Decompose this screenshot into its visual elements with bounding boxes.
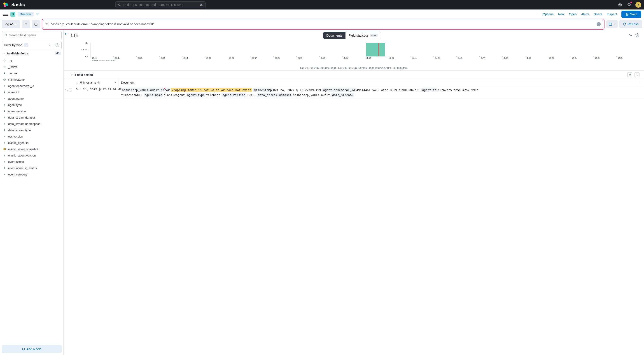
display-options-icon[interactable]	[627, 72, 632, 77]
field-item[interactable]: kelastic_agent.version	[2, 152, 62, 158]
field-item[interactable]: kdata_stream.dataset	[2, 114, 62, 120]
app-badge[interactable]: D	[10, 12, 15, 17]
user-avatar[interactable]: e	[636, 2, 641, 8]
svg-text:19: 19	[526, 57, 531, 59]
svg-rect-88	[629, 75, 631, 76]
field-item[interactable]: kagent.type	[2, 102, 62, 108]
svg-text:14: 14	[412, 57, 417, 59]
svg-text:09: 09	[298, 57, 303, 59]
info-icon[interactable]: i	[56, 43, 59, 47]
tab-field-statistics[interactable]: Field statistics BETA	[346, 32, 381, 38]
field-item[interactable]: kagent.name	[2, 95, 62, 102]
add-filter-button[interactable]	[32, 20, 40, 28]
svg-point-31	[637, 34, 638, 36]
elastic-logo-icon	[3, 2, 8, 8]
svg-point-2	[4, 5, 6, 7]
global-search[interactable]: ⌘/	[116, 1, 206, 8]
help-icon[interactable]	[617, 2, 623, 8]
query-input[interactable]	[50, 22, 595, 26]
hit-count: 1 hit	[70, 33, 78, 38]
search-icon	[118, 3, 121, 6]
field-item[interactable]: elastic_agent.snapshot	[2, 146, 62, 152]
saved-check-icon[interactable]	[36, 12, 39, 16]
fullscreen-icon[interactable]	[634, 72, 640, 77]
nav-new[interactable]: New	[558, 12, 564, 16]
available-fields-header[interactable]: Available fields 45	[2, 49, 62, 57]
svg-rect-26	[22, 348, 24, 350]
clear-query-button[interactable]: ✕	[596, 22, 601, 26]
svg-point-6	[620, 4, 621, 6]
nav-toggle-icon[interactable]	[3, 13, 8, 16]
newsfeed-icon[interactable]	[626, 2, 632, 8]
sort-indicator[interactable]: 1 field sorted	[70, 73, 93, 76]
interval-label: Oct 24, 2022 @ 00:00:00.000 - Oct 24, 20…	[64, 66, 644, 70]
field-item[interactable]: kecs.version	[2, 133, 62, 140]
svg-line-4	[120, 5, 120, 6]
refresh-button[interactable]: Refresh	[620, 20, 642, 28]
nav-inspect[interactable]: Inspect	[607, 12, 617, 16]
chart-options-icon[interactable]	[628, 33, 632, 38]
svg-text:08: 08	[275, 57, 280, 59]
field-item[interactable]: kagent.version	[2, 108, 62, 114]
datasource-selector[interactable]: logs-*	[2, 20, 20, 28]
gear-icon[interactable]	[636, 33, 640, 38]
field-search[interactable]	[2, 31, 62, 39]
nav-alerts[interactable]: Alerts	[581, 12, 589, 16]
col-document[interactable]: Document	[119, 79, 644, 86]
field-item[interactable]: @timestamp	[2, 76, 62, 83]
breadcrumb-discover[interactable]: Discover	[18, 12, 34, 16]
row-checkbox[interactable]	[69, 88, 72, 92]
global-search-input[interactable]	[123, 3, 198, 6]
index-icon	[22, 348, 25, 351]
filter-menu-button[interactable]	[22, 20, 30, 28]
filter-by-type[interactable]: Filter by type 0 i	[2, 41, 62, 49]
col-timestamp[interactable]: @timestamp	[74, 79, 119, 86]
table-row[interactable]: Oct 24, 2022 @ 12:22:09.499 hashicorp_va…	[64, 86, 644, 99]
svg-text:12: 12	[366, 57, 372, 59]
field-search-input[interactable]	[9, 34, 59, 37]
nav-options[interactable]: Options	[542, 12, 554, 16]
field-item[interactable]: kevent.category	[2, 171, 62, 178]
row-document: hashicorp_vault.audit.errorwrapping toke…	[119, 88, 644, 98]
field-item[interactable]: #_score	[2, 70, 62, 76]
field-item[interactable]: kdata_stream.type	[2, 127, 62, 133]
chevron-down-icon	[3, 52, 6, 55]
svg-text:21: 21	[572, 57, 577, 59]
field-item[interactable]: kdata_stream.namespace	[2, 120, 62, 127]
svg-text:23: 23	[618, 57, 623, 59]
chevron-down-icon	[48, 44, 51, 46]
svg-point-22	[4, 66, 6, 68]
add-field-button[interactable]: Add a field	[2, 345, 62, 353]
save-button[interactable]: Save	[622, 10, 641, 18]
tab-documents[interactable]: Documents	[323, 32, 346, 38]
svg-text:16: 16	[458, 57, 463, 59]
svg-text:17: 17	[480, 57, 486, 59]
logo-text: elastic	[10, 2, 25, 8]
svg-line-14	[48, 24, 48, 25]
field-item[interactable]: kevent.agent_id_status	[2, 165, 62, 171]
svg-text:06: 06	[229, 57, 234, 59]
field-item[interactable]: _id	[2, 57, 62, 64]
field-item[interactable]: kevent.action	[2, 158, 62, 165]
date-picker-button[interactable]	[606, 20, 618, 28]
svg-rect-15	[609, 23, 612, 26]
save-icon	[626, 13, 629, 16]
histogram-chart[interactable]: 00.5124010203040506070809101112131415161…	[64, 41, 644, 66]
nav-share[interactable]: Share	[594, 12, 602, 16]
refresh-icon	[623, 22, 626, 26]
field-item[interactable]: kagent.ephemeral_id	[2, 83, 62, 89]
chevron-down-icon[interactable]	[640, 82, 642, 84]
collapse-sidebar-icon[interactable]	[64, 32, 68, 36]
field-item[interactable]: _index	[2, 64, 62, 70]
nav-open[interactable]: Open	[569, 12, 577, 16]
chevron-down-icon[interactable]	[114, 82, 116, 84]
sort-desc-icon	[76, 82, 78, 84]
svg-text:Oct 24, 2022: Oct 24, 2022	[92, 59, 115, 61]
field-item[interactable]: kelastic_agent.id	[2, 140, 62, 146]
svg-rect-87	[629, 74, 631, 74]
svg-point-19	[5, 34, 6, 36]
expand-icon[interactable]	[65, 88, 68, 91]
svg-point-3	[118, 4, 120, 6]
svg-point-30	[631, 35, 632, 36]
field-item[interactable]: kagent.id	[2, 89, 62, 95]
